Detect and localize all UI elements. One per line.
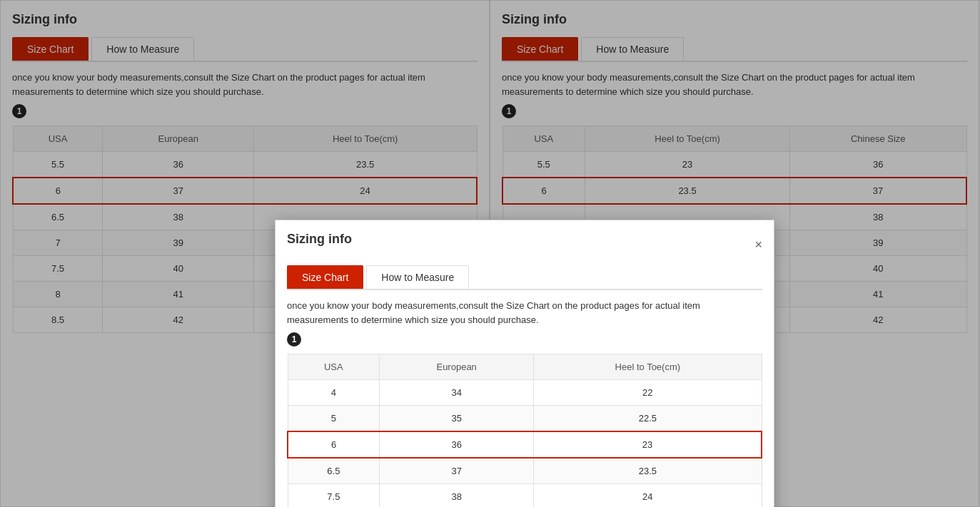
modal-header: Sizing info × — [287, 232, 762, 257]
modal-col-usa: USA — [288, 354, 380, 380]
modal-title: Sizing info — [287, 232, 352, 247]
modal-tab-size-chart[interactable]: Size Chart — [287, 265, 363, 289]
modal-info-badge: 1 — [287, 332, 301, 347]
modal-close-button[interactable]: × — [754, 238, 762, 251]
modal-tabs: Size Chart How to Measure — [287, 265, 762, 290]
modal-size-table: USA European Heel to Toe(cm) 4 34 22 5 3… — [287, 354, 762, 507]
table-row: 4 34 22 — [288, 380, 762, 406]
table-row: 6.5 37 23.5 — [288, 458, 762, 484]
table-row: 5 35 22.5 — [288, 406, 762, 432]
modal-col-heel: Heel to Toe(cm) — [534, 354, 762, 380]
modal-description: once you know your body measurements,con… — [287, 299, 762, 327]
modal-scroll-area[interactable]: once you know your body measurements,con… — [287, 299, 762, 507]
sizing-modal: Sizing info × Size Chart How to Measure … — [275, 220, 774, 507]
table-row: 6 36 23 — [288, 431, 762, 458]
modal-tab-how-to-measure[interactable]: How to Measure — [366, 265, 469, 289]
modal-col-european: European — [380, 354, 534, 380]
table-row: 7.5 38 24 — [288, 484, 762, 508]
